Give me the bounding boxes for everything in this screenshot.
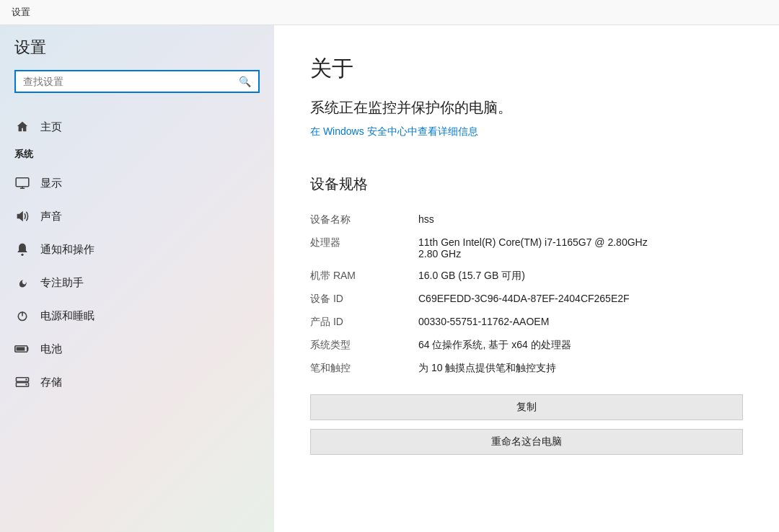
sidebar-item-battery[interactable]: 电池: [0, 332, 274, 365]
spec-label: 机带 RAM: [310, 265, 404, 288]
sidebar-item-focus[interactable]: 专注助手: [0, 266, 274, 299]
spec-label: 笔和触控: [310, 357, 404, 380]
table-row: 产品 ID00330-55751-11762-AAOEM: [310, 311, 743, 334]
svg-rect-0: [16, 178, 29, 187]
battery-label: 电池: [40, 342, 62, 356]
copy-button[interactable]: 复制: [310, 394, 743, 420]
spec-label: 处理器: [310, 231, 404, 265]
table-row: 系统类型64 位操作系统, 基于 x64 的处理器: [310, 334, 743, 357]
sidebar-app-title: 设置: [14, 37, 260, 58]
sidebar-item-storage[interactable]: 存储: [0, 365, 274, 399]
table-row: 处理器11th Gen Intel(R) Core(TM) i7-1165G7 …: [310, 231, 743, 265]
spec-value: 16.0 GB (15.7 GB 可用): [404, 265, 743, 288]
focus-label: 专注助手: [40, 276, 84, 290]
sidebar: 设置 🔍 主页 系统 显示: [0, 25, 274, 532]
svg-point-8: [25, 378, 27, 380]
sidebar-item-display[interactable]: 显示: [0, 167, 274, 200]
display-label: 显示: [40, 177, 62, 190]
spec-value: C69EFEDD-3C96-44DA-87EF-2404CF265E2F: [404, 288, 743, 311]
spec-value: 00330-55751-11762-AAOEM: [404, 311, 743, 334]
notifications-label: 通知和操作: [40, 243, 94, 257]
storage-label: 存储: [40, 376, 62, 389]
spec-value: 64 位操作系统, 基于 x64 的处理器: [404, 334, 743, 357]
sidebar-item-notifications[interactable]: 通知和操作: [0, 233, 274, 266]
app-title: 设置: [12, 6, 30, 17]
notifications-icon: [14, 241, 30, 257]
page-title: 关于: [310, 54, 743, 84]
search-input[interactable]: [23, 76, 239, 87]
specs-table: 设备名称hss处理器11th Gen Intel(R) Core(TM) i7-…: [310, 208, 743, 380]
sidebar-item-home[interactable]: 主页: [0, 110, 274, 143]
spec-label: 产品 ID: [310, 311, 404, 334]
sidebar-item-power[interactable]: 电源和睡眠: [0, 299, 274, 332]
focus-icon: [14, 275, 30, 291]
device-specs-title: 设备规格: [310, 174, 743, 194]
spec-label: 设备名称: [310, 208, 404, 231]
spec-value: 11th Gen Intel(R) Core(TM) i7-1165G7 @ 2…: [404, 231, 743, 265]
action-buttons: 复制 重命名这台电脑: [310, 394, 743, 464]
sound-label: 声音: [40, 210, 62, 223]
power-label: 电源和睡眠: [40, 309, 94, 323]
table-row: 设备 IDC69EFEDD-3C96-44DA-87EF-2404CF265E2…: [310, 288, 743, 311]
search-box[interactable]: 🔍: [14, 70, 260, 93]
spec-label: 设备 ID: [310, 288, 404, 311]
svg-marker-1: [17, 211, 23, 222]
main-content: 关于 系统正在监控并保护你的电脑。 在 Windows 安全中心中查看详细信息 …: [274, 25, 779, 532]
svg-point-2: [21, 254, 23, 256]
svg-rect-5: [17, 347, 25, 350]
system-section-label: 系统: [0, 143, 274, 167]
spec-value: 为 10 触摸点提供笔和触控支持: [404, 357, 743, 380]
table-row: 笔和触控为 10 触摸点提供笔和触控支持: [310, 357, 743, 380]
search-icon: 🔍: [239, 76, 251, 87]
home-label: 主页: [40, 120, 62, 134]
svg-point-9: [25, 384, 27, 385]
battery-icon: [14, 341, 30, 357]
sidebar-header: 设置 🔍: [0, 25, 274, 110]
security-center-link[interactable]: 在 Windows 安全中心中查看详细信息: [310, 125, 478, 138]
spec-value: hss: [404, 208, 743, 231]
sound-icon: [14, 208, 30, 224]
home-icon: [14, 119, 30, 135]
power-icon: [14, 308, 30, 324]
sidebar-item-sound[interactable]: 声音: [0, 200, 274, 233]
table-row: 设备名称hss: [310, 208, 743, 231]
spec-label: 系统类型: [310, 334, 404, 357]
storage-icon: [14, 374, 30, 390]
table-row: 机带 RAM16.0 GB (15.7 GB 可用): [310, 265, 743, 288]
security-status-text: 系统正在监控并保护你的电脑。: [310, 98, 743, 118]
rename-button[interactable]: 重命名这台电脑: [310, 429, 743, 455]
display-icon: [14, 175, 30, 191]
